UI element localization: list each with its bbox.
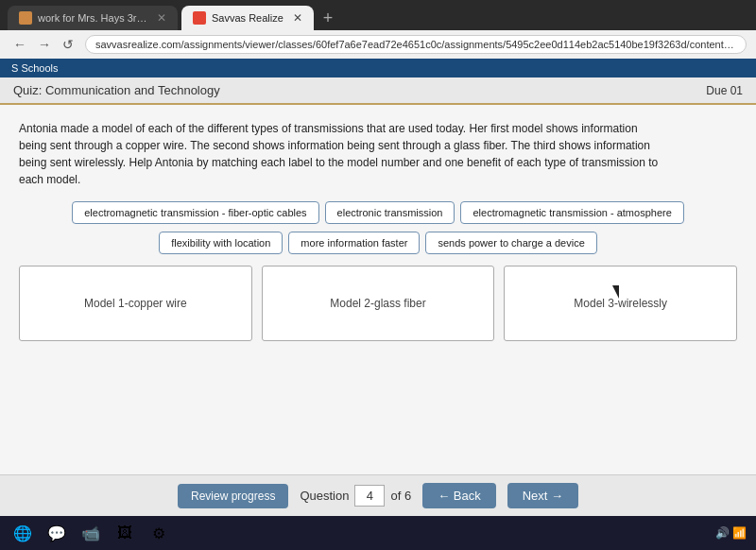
taskbar-chrome-icon[interactable]: 🌐 — [9, 520, 36, 546]
spacer — [0, 351, 756, 474]
tab-1[interactable]: work for Mrs. Hays 3rd P... ✕ — [8, 6, 178, 30]
next-nav-button[interactable]: Next → — [507, 483, 578, 508]
taskbar: 🌐 💬 📹 🖼 ⚙ 🔊 📶 — [0, 516, 756, 550]
back-nav-button[interactable]: ← Back — [422, 483, 496, 508]
quiz-header: Quiz: Communication and Technology Due 0… — [0, 77, 756, 105]
drop-zones: Model 1-copper wire Model 2-glass fiber … — [19, 266, 737, 341]
drag-label-4[interactable]: more information faster — [288, 232, 420, 254]
taskbar-skype-icon[interactable]: 💬 — [43, 520, 70, 546]
tab-2-title: Savvas Realize — [212, 12, 284, 24]
main-content: Antonia made a model of each of the diff… — [0, 105, 756, 351]
drag-labels-area-2: flexibility with location more informati… — [19, 232, 737, 254]
tab-bar: work for Mrs. Hays 3rd P... ✕ Savvas Rea… — [0, 0, 756, 30]
app-bar: S Schools — [0, 59, 756, 77]
tab-1-close[interactable]: ✕ — [157, 11, 166, 25]
due-label: Due 01 — [706, 84, 743, 97]
drop-zone-0-label: Model 1-copper wire — [84, 297, 187, 310]
nav-buttons: ← → ↺ — [9, 35, 77, 54]
review-progress-button[interactable]: Review progress — [178, 484, 288, 508]
tab-1-title: work for Mrs. Hays 3rd P... — [38, 12, 147, 24]
browser-chrome: work for Mrs. Hays 3rd P... ✕ Savvas Rea… — [0, 0, 756, 59]
question-label: Question — [300, 489, 349, 503]
reload-button[interactable]: ↺ — [59, 35, 77, 54]
drag-label-1[interactable]: electronic transmission — [325, 201, 455, 224]
url-box[interactable]: savvasrealize.com/assignments/viewer/cla… — [85, 35, 747, 54]
question-text: Antonia made a model of each of the diff… — [19, 120, 662, 188]
page-wrapper: work for Mrs. Hays 3rd P... ✕ Savvas Rea… — [0, 0, 756, 550]
drag-label-5[interactable]: sends power to charge a device — [425, 232, 596, 254]
drag-label-3[interactable]: flexibility with location — [159, 232, 283, 254]
drag-labels-area: electromagnetic transmission - fiber-opt… — [19, 201, 737, 224]
drop-zone-2[interactable]: Model 3-wirelessly — [504, 266, 737, 341]
content-area: Quiz: Communication and Technology Due 0… — [0, 77, 756, 516]
taskbar-settings-icon[interactable]: ⚙ — [146, 520, 172, 546]
drop-zone-1[interactable]: Model 2-glass fiber — [262, 266, 495, 341]
back-button[interactable]: ← — [9, 35, 30, 54]
drop-zone-0[interactable]: Model 1-copper wire — [19, 266, 252, 341]
question-number-box[interactable]: 4 — [354, 485, 385, 507]
drop-zone-2-label: Model 3-wirelessly — [574, 297, 667, 310]
quiz-title: Quiz: Communication and Technology — [13, 83, 220, 97]
drag-label-2[interactable]: electromagnetic transmission - atmospher… — [460, 201, 683, 224]
address-bar: ← → ↺ savvasrealize.com/assignments/view… — [0, 30, 756, 59]
taskbar-photos-icon[interactable]: 🖼 — [112, 520, 138, 546]
tab-2[interactable]: Savvas Realize ✕ — [181, 6, 314, 30]
tab-1-icon — [19, 11, 32, 25]
drop-zone-1-label: Model 2-glass fiber — [330, 297, 425, 310]
tab-2-close[interactable]: ✕ — [293, 11, 302, 25]
of-label: of 6 — [390, 489, 411, 503]
drag-label-0[interactable]: electromagnetic transmission - fiber-opt… — [72, 201, 318, 224]
taskbar-video-icon[interactable]: 📹 — [77, 520, 104, 546]
new-tab-button[interactable]: + — [318, 9, 339, 28]
footer: Review progress Question 4 of 6 ← Back N… — [0, 474, 756, 516]
app-bar-label: S Schools — [11, 62, 59, 74]
forward-button[interactable]: → — [34, 35, 55, 54]
taskbar-system-tray: 🔊 📶 — [715, 526, 747, 540]
question-indicator: Question 4 of 6 — [300, 485, 411, 507]
tab-2-icon — [193, 11, 206, 25]
